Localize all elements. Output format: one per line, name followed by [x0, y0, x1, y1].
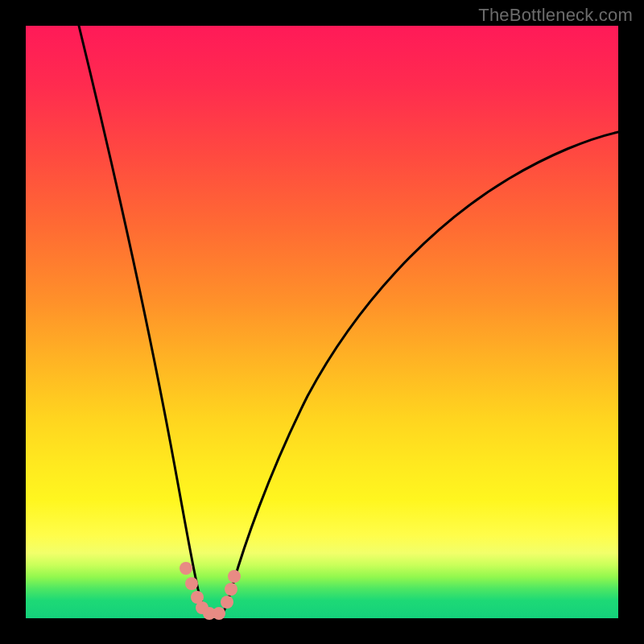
curve-left-branch — [79, 26, 208, 614]
curve-right-branch — [208, 132, 618, 614]
marker-dot — [185, 577, 198, 590]
curves-svg — [26, 26, 618, 618]
chart-frame: TheBottleneck.com — [0, 0, 644, 644]
marker-dot — [225, 583, 237, 596]
marker-dot — [180, 562, 192, 575]
plot-area — [26, 26, 618, 618]
marker-dot — [213, 607, 225, 620]
watermark-text: TheBottleneck.com — [478, 5, 633, 26]
marker-dot — [221, 596, 233, 609]
marker-dot — [228, 570, 241, 583]
